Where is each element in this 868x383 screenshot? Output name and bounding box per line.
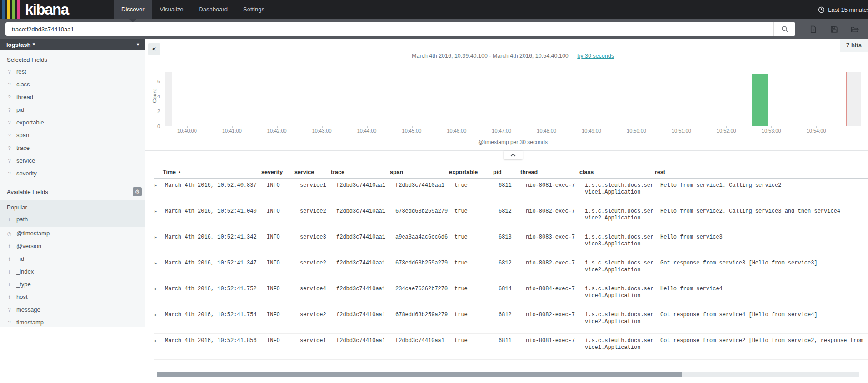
field-item-thread[interactable]: ?thread (0, 91, 145, 104)
histogram-plot (165, 72, 861, 126)
expand-row-icon[interactable]: ▸ (154, 179, 163, 204)
field-name: pid (16, 107, 24, 113)
column-header-rest[interactable]: rest (655, 165, 868, 178)
unknown-field-icon: ? (7, 94, 12, 100)
column-header-thread[interactable]: thread (520, 165, 579, 178)
unknown-field-icon: ? (7, 132, 12, 139)
scrollbar-thumb[interactable] (157, 372, 682, 377)
cell-pid: 6811 (493, 334, 520, 359)
logo-stripe (17, 0, 20, 19)
field-item-rest[interactable]: ?rest (0, 65, 145, 78)
clock-field-icon: ◷ (7, 230, 12, 237)
cell-pid: 6812 (493, 308, 520, 333)
unknown-field-icon: ? (7, 107, 12, 113)
cell-span: 678edd63b259a279 (390, 256, 449, 282)
x-tick-label: 10:49:00 (582, 128, 601, 134)
interval-link[interactable]: by 30 seconds (577, 53, 614, 59)
brand-text: kibana (25, 0, 69, 19)
kibana-logo[interactable]: kibana (0, 0, 114, 19)
table-row: ▸March 4th 2016, 10:52:40.837INFOservice… (154, 179, 868, 204)
table-row: ▸March 4th 2016, 10:52:41.347INFOservice… (154, 256, 868, 282)
logo-stripe (12, 0, 15, 19)
cell-severity: INFO (261, 256, 294, 282)
save-search-button[interactable] (829, 24, 839, 34)
histogram-bar[interactable] (752, 74, 769, 126)
x-tick-label: 10:42:00 (267, 128, 287, 134)
expand-row-icon[interactable]: ▸ (154, 308, 163, 333)
chevron-up-icon (510, 154, 516, 157)
field-settings-button[interactable]: ⚙ (133, 187, 142, 196)
field-item-service[interactable]: ?service (0, 154, 145, 167)
field-name: span (16, 132, 29, 139)
cell-thread: nio-8082-exec-7 (520, 204, 579, 230)
cell-exportable: true (449, 334, 493, 359)
cell-span: a9ea3aa4ac6cc6d6 (390, 230, 449, 256)
column-header-pid[interactable]: pid (493, 165, 520, 178)
nav-tab-settings[interactable]: Settings (235, 0, 272, 19)
time-picker-label: Last 15 minutes (828, 6, 868, 13)
column-header-trace[interactable]: trace (331, 165, 390, 178)
field-item-_index[interactable]: t_index (0, 265, 145, 278)
new-search-button[interactable] (808, 24, 818, 34)
field-item-severity[interactable]: ?severity (0, 167, 145, 180)
unknown-field-icon: ? (7, 69, 12, 75)
column-header-severity[interactable]: severity (261, 165, 294, 178)
column-header-span[interactable]: span (390, 165, 449, 178)
cell-rest: Hello from service3 (655, 230, 868, 256)
collapse-sidebar-button[interactable]: < (148, 43, 160, 55)
expand-row-icon[interactable]: ▸ (154, 230, 163, 256)
field-item-span[interactable]: ?span (0, 129, 145, 142)
expand-column-header (154, 165, 163, 178)
field-item-timestamp[interactable]: ◷@timestamp (0, 227, 145, 240)
expand-row-icon[interactable]: ▸ (154, 334, 163, 359)
field-item-exportable[interactable]: ?exportable (0, 116, 145, 129)
nav-tab-dashboard[interactable]: Dashboard (191, 0, 235, 19)
available-fields-heading: Available Fields (7, 189, 48, 195)
time-range-end-marker (846, 72, 847, 126)
field-item-message[interactable]: ?message (0, 303, 145, 316)
expand-row-icon[interactable]: ▸ (154, 282, 163, 308)
field-item-path[interactable]: tpath (0, 213, 145, 226)
expand-row-icon[interactable]: ▸ (154, 256, 163, 282)
column-header-time[interactable]: Time▲ (163, 165, 261, 178)
field-item-_type[interactable]: t_type (0, 278, 145, 291)
cell-trace: f2dbd3c74410aa1 (331, 204, 390, 230)
nav-tab-visualize[interactable]: Visualize (152, 0, 191, 19)
cell-rest: Got response from service2 [Hello from s… (655, 334, 868, 359)
open-search-button[interactable] (850, 24, 860, 34)
field-item-class[interactable]: ?class (0, 78, 145, 91)
histogram-title: March 4th 2016, 10:39:40.100 - March 4th… (165, 53, 861, 59)
y-tick-label: 2 (157, 109, 160, 114)
popular-fields-list: tpath (0, 213, 145, 226)
cell-thread: nio-8083-exec-7 (520, 230, 579, 256)
field-item-_id[interactable]: t_id (0, 253, 145, 265)
cell-time: March 4th 2016, 10:52:41.347 (163, 256, 261, 282)
nav-tabs: DiscoverVisualizeDashboardSettings (114, 0, 272, 19)
x-axis-title: @timestamp per 30 seconds (165, 139, 861, 145)
cell-trace: f2dbd3c74410aa1 (331, 308, 390, 333)
search-button[interactable] (773, 22, 795, 36)
cell-time: March 4th 2016, 10:52:41.040 (163, 204, 261, 230)
cell-span: 234cae76362b7270 (390, 282, 449, 308)
field-item-timestamp[interactable]: ?timestamp (0, 316, 145, 329)
cell-severity: INFO (261, 308, 294, 333)
cell-thread: nio-8082-exec-7 (520, 308, 579, 333)
cell-class: i.s.c.sleuth.docs.service2.Application (579, 308, 655, 333)
cell-severity: INFO (261, 282, 294, 308)
field-item-version[interactable]: t@version (0, 240, 145, 253)
index-pattern-selector[interactable]: logstash-* ▼ (0, 39, 145, 50)
expand-row-icon[interactable]: ▸ (154, 204, 163, 230)
column-header-service[interactable]: service (294, 165, 331, 178)
string-field-icon: t (7, 243, 12, 249)
nav-tab-discover[interactable]: Discover (114, 0, 152, 19)
table-header-row: Time▲severityservicetracespanexportablep… (154, 165, 868, 179)
search-input[interactable] (5, 22, 773, 36)
field-name: _id (16, 256, 24, 262)
field-item-host[interactable]: thost (0, 291, 145, 303)
field-item-trace[interactable]: ?trace (0, 142, 145, 154)
column-header-class[interactable]: class (579, 165, 655, 178)
collapse-histogram-button[interactable] (504, 151, 523, 159)
field-item-pid[interactable]: ?pid (0, 104, 145, 116)
column-header-exportable[interactable]: exportable (449, 165, 493, 178)
time-picker-button[interactable]: Last 15 minutes (818, 0, 868, 19)
